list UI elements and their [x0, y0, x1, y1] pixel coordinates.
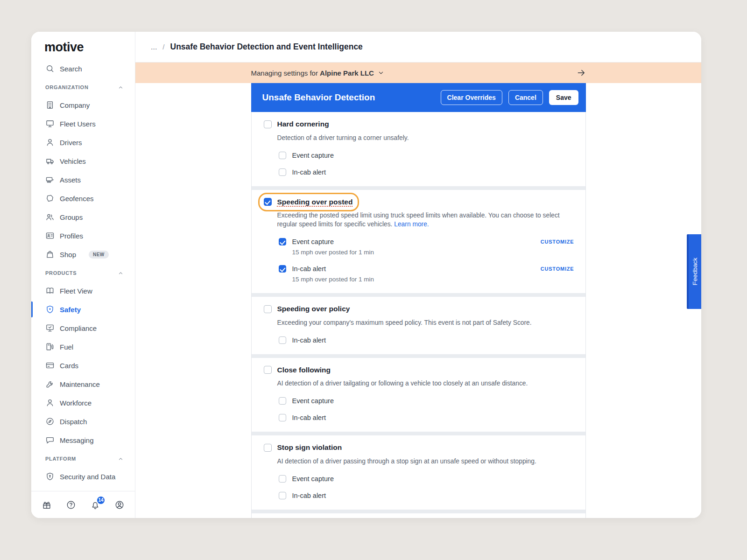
breadcrumb-separator: / — [162, 43, 164, 51]
option-label: In-cab alert — [292, 414, 326, 421]
sidebar-item-label: Shop — [60, 251, 76, 259]
sidebar-item-vehicles[interactable]: Vehicles — [31, 152, 135, 170]
monitor-check-icon — [45, 323, 55, 333]
setting-description: AI detection of a driver passing through… — [277, 457, 571, 466]
hard-cornering-in-cab-alert-checkbox[interactable] — [279, 168, 286, 176]
customize-in-cab-alert-link[interactable]: CUSTOMIZE — [541, 266, 574, 272]
sidebar-item-workforce[interactable]: Workforce — [31, 393, 135, 412]
person-icon — [45, 398, 55, 407]
speeding-over-posted-event-capture-checkbox[interactable] — [279, 238, 286, 245]
setting-hard-cornering: Hard cornering Detection of a driver tur… — [252, 112, 585, 186]
close-following-checkbox[interactable] — [264, 366, 272, 374]
sidebar-item-label: Fuel — [60, 343, 73, 351]
setting-speeding-over-policy: Speeding over policy Exceeding your comp… — [252, 297, 585, 354]
section-label: PRODUCTS — [45, 270, 77, 276]
panel-body: Hard cornering Detection of a driver tur… — [251, 112, 586, 518]
option-detail: 15 mph over posted for 1 min — [292, 276, 574, 283]
setting-description: AI detection of a driver tailgating or f… — [277, 379, 571, 388]
setting-description: Exceeding the posted speed limit using t… — [277, 211, 571, 229]
sidebar-item-dispatch[interactable]: Dispatch — [31, 412, 135, 431]
sidebar-item-fleet-view[interactable]: Fleet View — [31, 281, 135, 300]
sidebar-item-drivers[interactable]: Drivers — [31, 133, 135, 152]
sidebar-item-profiles[interactable]: Profiles — [31, 226, 135, 245]
sidebar-item-label: Assets — [60, 176, 81, 184]
sidebar-footer: 14 — [31, 491, 135, 518]
setting-speeding-over-posted: Speeding over posted Exceeding the poste… — [252, 190, 585, 294]
option-label: Event capture — [292, 152, 334, 159]
speeding-over-policy-in-cab-alert-checkbox[interactable] — [279, 336, 286, 344]
sidebar-item-label: Fleet Users — [60, 120, 96, 128]
hard-cornering-event-capture-checkbox[interactable] — [279, 152, 286, 159]
clear-overrides-button[interactable]: Clear Overrides — [441, 90, 502, 105]
sidebar-item-safety[interactable]: Safety — [31, 300, 135, 319]
stop-sign-violation-checkbox[interactable] — [264, 444, 272, 452]
sidebar-section-platform[interactable]: PLATFORM — [31, 450, 135, 467]
close-following-event-capture-checkbox[interactable] — [279, 397, 286, 405]
sidebar-item-maintenance[interactable]: Maintenance — [31, 375, 135, 393]
option-label: In-cab alert — [292, 265, 326, 273]
person-icon — [45, 138, 55, 147]
sidebar-item-fuel[interactable]: Fuel — [31, 337, 135, 356]
speeding-over-policy-checkbox[interactable] — [264, 305, 272, 313]
account-icon[interactable] — [114, 500, 125, 510]
chevron-down-icon[interactable] — [377, 69, 385, 77]
breadcrumb-collapsed[interactable]: ... — [151, 43, 157, 51]
notifications-bell-icon[interactable]: 14 — [90, 500, 100, 510]
main-area: ... / Unsafe Behavior Detection and Even… — [135, 32, 701, 518]
help-icon[interactable] — [66, 500, 76, 510]
banner-prefix: Managing settings for — [251, 69, 318, 77]
arrow-right-icon[interactable] — [577, 68, 586, 77]
truck-icon — [45, 156, 55, 166]
compass-icon — [45, 417, 55, 426]
option-label: Event capture — [292, 238, 334, 245]
option-label: In-cab alert — [292, 168, 326, 176]
sidebar-item-cards[interactable]: Cards — [31, 356, 135, 375]
sidebar-item-compliance[interactable]: Compliance — [31, 319, 135, 337]
sidebar-item-geofences[interactable]: Geofences — [31, 189, 135, 208]
setting-title: Stop sign violation — [277, 443, 342, 452]
sidebar-item-label: Dispatch — [60, 418, 87, 426]
hard-cornering-checkbox[interactable] — [264, 120, 272, 128]
sidebar-item-company[interactable]: Company — [31, 96, 135, 114]
option-detail: 15 mph over posted for 1 min — [292, 249, 574, 256]
sidebar-item-security-and-data[interactable]: Security and Data — [31, 467, 135, 486]
learn-more-link[interactable]: Learn more. — [394, 221, 429, 228]
stop-sign-violation-event-capture-checkbox[interactable] — [279, 475, 286, 483]
sidebar: motive Search ORGANIZATION Company Fleet… — [31, 32, 135, 518]
speeding-over-posted-checkbox[interactable] — [264, 198, 272, 206]
customize-event-capture-link[interactable]: CUSTOMIZE — [541, 239, 574, 245]
sidebar-item-label: Groups — [60, 213, 83, 221]
sidebar-section-products[interactable]: PRODUCTS — [31, 265, 135, 281]
cancel-button[interactable]: Cancel — [508, 90, 543, 105]
sidebar-section-organization[interactable]: ORGANIZATION — [31, 79, 135, 96]
app-window: motive Search ORGANIZATION Company Fleet… — [31, 32, 701, 518]
chevron-up-icon — [118, 270, 124, 276]
option-label: In-cab alert — [292, 336, 326, 344]
page-title: Unsafe Behavior Detection and Event Inte… — [170, 42, 363, 52]
sidebar-item-assets[interactable]: Assets — [31, 170, 135, 189]
fuel-pump-icon — [45, 342, 55, 351]
sidebar-item-messaging[interactable]: Messaging — [31, 431, 135, 449]
sidebar-item-search[interactable]: Search — [31, 59, 135, 78]
sidebar-item-fleet-users[interactable]: Fleet Users — [31, 114, 135, 133]
option-label: Event capture — [292, 397, 334, 405]
sidebar-item-groups[interactable]: Groups — [31, 208, 135, 226]
managing-settings-banner: Managing settings for Alpine Park LLC — [135, 63, 701, 83]
setting-description: Detection of a driver turning a corner u… — [277, 133, 571, 142]
shield-icon — [45, 305, 55, 314]
sidebar-item-label: Maintenance — [60, 380, 100, 388]
stop-sign-violation-in-cab-alert-checkbox[interactable] — [279, 492, 286, 499]
panel-title: Unsafe Behavior Detection — [262, 92, 441, 103]
chevron-up-icon — [118, 84, 124, 91]
chevron-up-icon — [118, 456, 124, 462]
feedback-tab[interactable]: Feedback — [687, 234, 701, 309]
panel-header: Unsafe Behavior Detection Clear Override… — [251, 83, 586, 112]
setting-title: Hard cornering — [277, 120, 329, 128]
sidebar-item-label: Compliance — [60, 324, 97, 332]
close-following-in-cab-alert-checkbox[interactable] — [279, 414, 286, 421]
save-button[interactable]: Save — [549, 90, 578, 105]
gift-icon[interactable] — [42, 500, 52, 510]
sidebar-item-shop[interactable]: Shop NEW — [31, 245, 135, 264]
speeding-over-posted-in-cab-alert-checkbox[interactable] — [279, 265, 286, 273]
chat-icon — [45, 435, 55, 445]
